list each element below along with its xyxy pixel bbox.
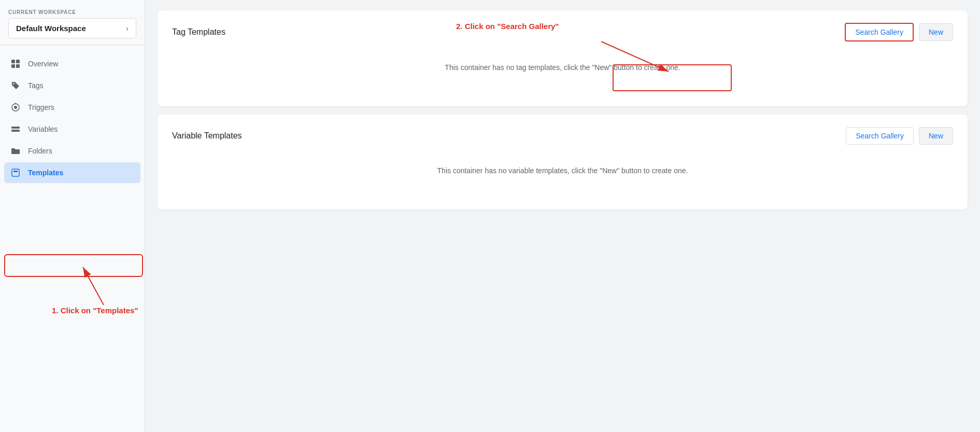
variables-icon <box>10 124 21 134</box>
tag-templates-new-button[interactable]: New <box>919 23 953 41</box>
variable-templates-new-button[interactable]: New <box>919 127 953 145</box>
templates-icon <box>10 168 21 178</box>
svg-rect-9 <box>11 130 20 132</box>
tag-templates-search-gallery-button[interactable]: Search Gallery <box>845 23 914 41</box>
variable-templates-empty-message: This container has no variable templates… <box>172 145 953 197</box>
workspace-name: Default Workspace <box>16 24 86 33</box>
main-content: Tag Templates Search Gallery New This co… <box>145 0 980 432</box>
workspace-section: CURRENT WORKSPACE Default Workspace › <box>0 0 145 45</box>
sidebar-nav: Overview Tags Triggers <box>0 45 145 432</box>
variable-templates-actions: Search Gallery New <box>846 127 953 145</box>
variable-templates-header: Variable Templates Search Gallery New <box>172 127 953 145</box>
svg-rect-11 <box>13 171 18 172</box>
svg-rect-10 <box>12 169 19 176</box>
sidebar-item-variables[interactable]: Variables <box>4 119 140 140</box>
sidebar-item-triggers[interactable]: Triggers <box>4 97 140 118</box>
sidebar-item-folders-label: Folders <box>28 147 52 155</box>
sidebar-item-folders[interactable]: Folders <box>4 141 140 161</box>
chevron-right-icon: › <box>126 24 129 33</box>
svg-rect-0 <box>11 60 15 63</box>
sidebar: CURRENT WORKSPACE Default Workspace › Ov… <box>0 0 145 432</box>
folders-icon <box>10 146 21 156</box>
svg-point-4 <box>13 83 14 84</box>
sidebar-item-tags-label: Tags <box>28 81 44 90</box>
triggers-icon <box>10 102 21 113</box>
tags-icon <box>10 80 21 91</box>
workspace-selector[interactable]: Default Workspace › <box>8 18 136 38</box>
sidebar-item-templates-label: Templates <box>28 169 63 177</box>
tag-templates-title: Tag Templates <box>172 27 225 37</box>
workspace-label: CURRENT WORKSPACE <box>8 9 136 15</box>
sidebar-item-overview-label: Overview <box>28 60 58 68</box>
variable-templates-search-gallery-button[interactable]: Search Gallery <box>846 127 914 145</box>
tag-templates-actions: Search Gallery New <box>845 23 953 41</box>
svg-rect-2 <box>11 64 15 68</box>
variable-templates-card: Variable Templates Search Gallery New Th… <box>158 115 968 210</box>
overview-icon <box>10 59 21 69</box>
sidebar-item-overview[interactable]: Overview <box>4 53 140 74</box>
svg-rect-3 <box>16 64 20 68</box>
tag-templates-empty-message: This container has no tag templates, cli… <box>172 41 953 94</box>
sidebar-item-triggers-label: Triggers <box>28 103 54 112</box>
variable-templates-title: Variable Templates <box>172 131 242 141</box>
sidebar-item-variables-label: Variables <box>28 125 58 133</box>
sidebar-item-tags[interactable]: Tags <box>4 75 140 96</box>
sidebar-item-templates[interactable]: Templates <box>4 162 140 183</box>
svg-rect-8 <box>11 127 20 129</box>
svg-point-6 <box>14 106 17 109</box>
svg-rect-1 <box>16 60 20 63</box>
tag-templates-card: Tag Templates Search Gallery New This co… <box>158 10 968 106</box>
tag-templates-header: Tag Templates Search Gallery New <box>172 23 953 41</box>
